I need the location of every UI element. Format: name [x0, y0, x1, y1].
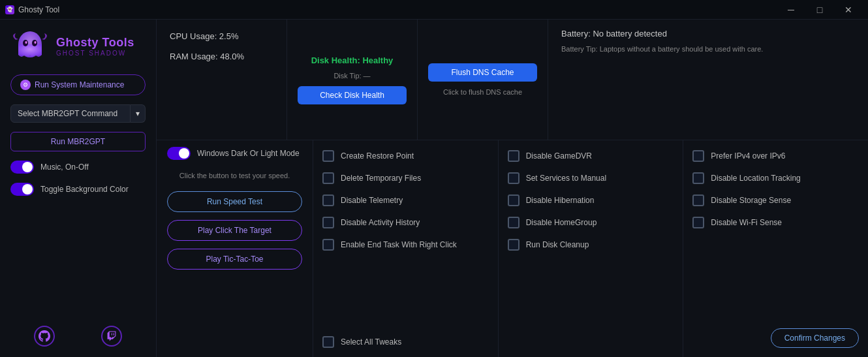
middle-section: Windows Dark Or Light Mode Click the but…: [157, 140, 868, 357]
play-tictactoe-button[interactable]: Play Tic-Tac-Toe: [167, 249, 302, 270]
music-toggle-label: Music, On-Off: [40, 163, 89, 172]
label-select-all: Select All Tweaks: [341, 337, 401, 347]
label-disable-location: Disable Location Tracking: [711, 174, 800, 183]
tweak-set-services[interactable]: Set Services to Manual: [508, 168, 674, 189]
tweak-create-restore[interactable]: Create Restore Point: [322, 146, 489, 166]
tweak-disable-activity[interactable]: Disable Activity History: [322, 212, 489, 233]
tweak-prefer-ipv4[interactable]: Prefer IPv4 over IPv6: [692, 146, 859, 166]
play-click-target-button[interactable]: Play Click The Target: [167, 220, 302, 241]
checkbox-create-restore[interactable]: [322, 150, 334, 162]
label-disable-telemetry: Disable Telemetry: [341, 196, 403, 205]
label-disable-wifi-sense: Disable Wi-Fi Sense: [711, 218, 782, 227]
twitch-icon[interactable]: [101, 326, 122, 347]
confirm-changes-button[interactable]: Confirm Changes: [771, 328, 859, 348]
tweak-delete-temp[interactable]: Delete Temporary Files: [322, 168, 489, 189]
tweaks-col-3: Prefer IPv4 over IPv6 Disable Location T…: [683, 140, 868, 357]
brand-sub: Ghost Shadow: [56, 50, 134, 57]
darkmode-label: Windows Dark Or Light Mode: [197, 149, 300, 158]
col2-bottom: [508, 344, 674, 352]
disk-card: Disk Health: Healthy Disk Tip: — Check D…: [287, 20, 418, 140]
flush-dns-button[interactable]: Flush DNS Cache: [428, 63, 537, 82]
label-disable-gamedvr: Disable GameDVR: [526, 151, 592, 161]
label-prefer-ipv4: Prefer IPv4 over IPv6: [711, 151, 785, 161]
logo-section: Ghosty Tools Ghost Shadow: [10, 30, 146, 63]
run-mbr2gpt-button[interactable]: Run MBR2GPT: [10, 132, 146, 151]
disk-tip: Disk Tip: —: [333, 72, 370, 80]
svg-point-4: [25, 41, 27, 44]
tweaks-col-3-items: Prefer IPv4 over IPv6 Disable Location T…: [692, 146, 859, 233]
tweak-run-disk-cleanup[interactable]: Run Disk Cleanup: [508, 234, 674, 255]
checkbox-disable-location[interactable]: [692, 172, 704, 184]
minimize-button[interactable]: ─: [777, 0, 805, 20]
label-run-disk-cleanup: Run Disk Cleanup: [526, 240, 589, 249]
brand-text: Ghosty Tools Ghost Shadow: [56, 36, 134, 57]
top-cards: CPU Usage: 2.5% RAM Usage: 48.0% Disk He…: [157, 20, 868, 140]
checkbox-disable-wifi-sense[interactable]: [692, 217, 704, 228]
checkbox-disable-hibernation[interactable]: [508, 194, 519, 206]
tweak-disable-telemetry[interactable]: Disable Telemetry: [322, 190, 489, 211]
label-disable-storage-sense: Disable Storage Sense: [711, 196, 791, 205]
tweak-disable-homegroup[interactable]: Disable HomeGroup: [508, 212, 674, 233]
tweak-disable-gamedvr[interactable]: Disable GameDVR: [508, 146, 674, 166]
app-title: Ghosty Tool: [18, 5, 59, 14]
background-toggle-row: Toggle Background Color: [10, 183, 146, 196]
tweaks-col-1: Create Restore Point Delete Temporary Fi…: [313, 140, 499, 357]
tweak-disable-location[interactable]: Disable Location Tracking: [692, 168, 859, 189]
darkmode-toggle[interactable]: [167, 147, 191, 160]
tweak-enable-end-task[interactable]: Enable End Task With Right Click: [322, 234, 489, 255]
music-toggle-row: Music, On-Off: [10, 161, 146, 174]
checkbox-run-disk-cleanup[interactable]: [508, 239, 519, 251]
maximize-button[interactable]: □: [805, 0, 834, 20]
col3-bottom: Confirm Changes: [692, 324, 859, 352]
label-disable-activity: Disable Activity History: [341, 218, 420, 227]
col1-bottom: Select All Tweaks: [322, 332, 489, 352]
disk-health-status: Disk Health: Healthy: [311, 55, 394, 65]
mbr2gpt-select-container: Select MBR2GPT Command ▾: [10, 104, 146, 123]
check-disk-health-button[interactable]: Check Disk Health: [298, 86, 407, 104]
label-create-restore: Create Restore Point: [341, 151, 414, 161]
battery-status: Battery: No battery detected: [561, 29, 855, 39]
speed-column: Windows Dark Or Light Mode Click the but…: [157, 140, 313, 357]
checkbox-disable-storage-sense[interactable]: [692, 194, 704, 206]
checkbox-select-all[interactable]: [322, 336, 334, 348]
checkbox-disable-homegroup[interactable]: [508, 217, 519, 228]
battery-tip: Battery Tip: Laptops without a battery s…: [561, 45, 855, 53]
checkbox-disable-gamedvr[interactable]: [508, 150, 519, 162]
run-maintenance-button[interactable]: ⚙ Run System Maintenance: [10, 74, 146, 95]
cpu-usage: CPU Usage: 2.5%: [170, 31, 273, 41]
sidebar-bottom: [10, 320, 146, 347]
label-disable-hibernation: Disable Hibernation: [526, 196, 595, 205]
label-set-services: Set Services to Manual: [526, 174, 606, 183]
dns-card: Flush DNS Cache Click to flush DNS cache: [418, 20, 548, 140]
music-toggle[interactable]: [10, 161, 34, 174]
checkbox-enable-end-task[interactable]: [322, 239, 334, 251]
checkbox-disable-telemetry[interactable]: [322, 194, 334, 206]
checkbox-prefer-ipv4[interactable]: [692, 150, 704, 162]
checkbox-set-services[interactable]: [508, 172, 519, 184]
github-icon[interactable]: [34, 326, 55, 347]
battery-card: Battery: No battery detected Battery Tip…: [548, 20, 868, 140]
tweak-disable-wifi-sense[interactable]: Disable Wi-Fi Sense: [692, 212, 859, 233]
tweaks-col-1-items: Create Restore Point Delete Temporary Fi…: [322, 146, 489, 255]
close-button[interactable]: ✕: [834, 0, 863, 20]
system-info-card: CPU Usage: 2.5% RAM Usage: 48.0%: [157, 20, 287, 140]
brand-name: Ghosty Tools: [56, 36, 134, 50]
maintenance-icon: ⚙: [20, 80, 31, 90]
app-icon: 👻: [5, 5, 14, 14]
checkbox-delete-temp[interactable]: [322, 172, 334, 184]
background-toggle-label: Toggle Background Color: [40, 185, 129, 194]
label-enable-end-task: Enable End Task With Right Click: [341, 240, 457, 249]
label-delete-temp: Delete Temporary Files: [341, 174, 421, 183]
select-arrow-icon[interactable]: ▾: [131, 104, 146, 123]
tweak-disable-hibernation[interactable]: Disable Hibernation: [508, 190, 674, 211]
ram-usage: RAM Usage: 48.0%: [170, 52, 273, 61]
window-controls: ─ □ ✕: [777, 0, 863, 20]
title-bar-left: 👻 Ghosty Tool: [5, 5, 59, 14]
checkbox-disable-activity[interactable]: [322, 217, 334, 228]
label-disable-homegroup: Disable HomeGroup: [526, 218, 597, 227]
tweak-disable-storage-sense[interactable]: Disable Storage Sense: [692, 190, 859, 211]
background-toggle[interactable]: [10, 183, 34, 196]
main-content: Ghosty Tools Ghost Shadow ⚙ Run System M…: [0, 20, 868, 357]
run-speed-test-button[interactable]: Run Speed Test: [167, 191, 302, 212]
mbr2gpt-select[interactable]: Select MBR2GPT Command: [10, 104, 131, 123]
